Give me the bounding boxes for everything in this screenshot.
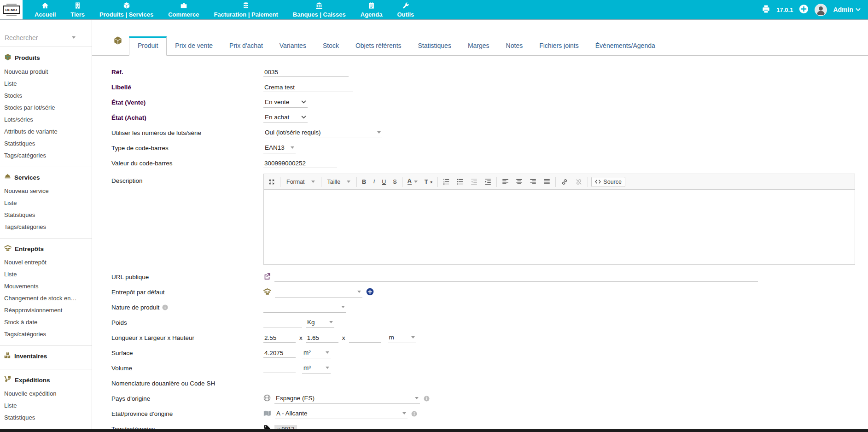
source-button[interactable]: Source (591, 177, 625, 187)
tag-chip[interactable]: × 0012 (274, 425, 297, 429)
sidebar-item[interactable]: Stocks par lot/série (0, 102, 92, 114)
sidebar-item[interactable]: Tags/catégories (0, 221, 92, 233)
print-icon[interactable] (762, 5, 770, 15)
user-menu[interactable]: Admin (833, 6, 861, 13)
align-right-icon[interactable] (528, 177, 538, 187)
add-quick-icon[interactable] (799, 4, 809, 16)
remove-format-button[interactable]: Tx (423, 177, 435, 187)
sidebar-item[interactable]: Tags/catégories (0, 150, 92, 162)
tab-produit[interactable]: Produit (129, 36, 167, 56)
add-warehouse-icon[interactable] (366, 288, 374, 297)
sidebar-section-services[interactable]: Services (0, 167, 92, 184)
maximize-icon[interactable] (267, 177, 277, 187)
origin-state-select[interactable]: A - Alicante (275, 409, 408, 419)
length-input[interactable]: 2.55 (263, 333, 296, 343)
sidebar-item[interactable]: Lots/séries (0, 114, 92, 126)
dimension-unit-select[interactable]: m (388, 333, 416, 343)
tab-marges[interactable]: Marges (460, 37, 498, 55)
bullet-list-icon[interactable] (455, 177, 466, 187)
search-input[interactable] (5, 34, 69, 41)
barcode-value-input[interactable]: 300999000252 (263, 158, 337, 168)
ordered-list-icon[interactable] (441, 177, 452, 187)
surface-unit-select[interactable]: m² (302, 348, 331, 358)
weight-input[interactable] (263, 318, 302, 327)
sidebar-item[interactable]: Statistiques (0, 209, 92, 221)
search-dropdown-caret-icon[interactable] (72, 36, 76, 41)
sidebar-item[interactable]: Changement de stock en… (0, 292, 92, 304)
surface-input[interactable]: 4.2075 (263, 348, 296, 358)
sidebar-section-entrep-ts[interactable]: Entrepôts (0, 239, 92, 255)
underline-button[interactable]: U (380, 177, 388, 187)
sidebar-section-exp-ditions[interactable]: Expéditions (0, 369, 92, 386)
bold-button[interactable]: B (360, 177, 368, 187)
sidebar-item[interactable]: Liste (0, 400, 92, 412)
tab--v-nements-agenda[interactable]: Évènements/Agenda (587, 37, 664, 55)
weight-unit-select[interactable]: Kg (306, 318, 334, 328)
external-link-icon[interactable] (263, 273, 271, 281)
app-logo[interactable]: DEMO (0, 0, 23, 19)
label-input[interactable]: Crema test (263, 82, 353, 92)
fontsize-combo[interactable]: Taille (325, 177, 354, 187)
indent-icon[interactable] (483, 177, 493, 187)
sidebar-item[interactable]: Nouvel entrepôt (0, 257, 92, 269)
tab-notes[interactable]: Notes (498, 37, 531, 55)
default-warehouse-select[interactable] (275, 287, 362, 298)
align-justify-icon[interactable] (542, 177, 552, 187)
nav-item-agenda[interactable]: Agenda (353, 0, 390, 19)
sidebar-item[interactable]: Stock à date (0, 316, 92, 328)
italic-button[interactable]: I (371, 177, 377, 187)
product-nature-select[interactable] (263, 303, 346, 313)
format-combo[interactable]: Format (284, 177, 318, 187)
barcode-type-select[interactable]: EAN13 (263, 143, 296, 153)
sidebar-section-inventaires[interactable]: Inventaires (0, 346, 92, 362)
sidebar-item[interactable]: Attributs de variante (0, 126, 92, 138)
sidebar-item[interactable]: Nouveau produit (0, 66, 92, 78)
height-input[interactable] (349, 333, 381, 343)
strikethrough-button[interactable]: S (391, 177, 398, 187)
sidebar-item[interactable]: Tags/catégories (0, 328, 92, 340)
nav-item-facturation-paiement[interactable]: Facturation | Paiement (206, 0, 285, 19)
width-input[interactable]: 1.65 (306, 333, 338, 343)
description-textarea[interactable] (264, 190, 855, 264)
tab-prix-de-vente[interactable]: Prix de vente (167, 37, 221, 55)
link-icon[interactable] (559, 177, 570, 187)
unlink-icon[interactable] (573, 177, 584, 187)
sidebar-item[interactable]: Stocks (0, 90, 92, 102)
customs-code-input[interactable] (263, 379, 347, 388)
sidebar-item[interactable]: Nouveau service (0, 185, 92, 197)
sidebar-item[interactable]: Liste (0, 269, 92, 280)
sidebar-item[interactable]: Liste (0, 197, 92, 209)
sidebar-item[interactable]: Réapprovisionnement (0, 304, 92, 316)
nav-item-commerce[interactable]: Commerce (161, 0, 206, 19)
sidebar-item[interactable]: Mouvements (0, 280, 92, 292)
ref-input[interactable]: 0035 (263, 67, 349, 77)
tab-objets-r-f-rents[interactable]: Objets référents (347, 37, 410, 55)
tab-stock[interactable]: Stock (315, 37, 347, 55)
tab-statistiques[interactable]: Statistiques (410, 37, 460, 55)
nav-item-outils[interactable]: Outils (390, 0, 421, 19)
sell-status-select[interactable]: En vente (263, 98, 308, 108)
tab-prix-d-achat[interactable]: Prix d'achat (221, 37, 271, 55)
nav-item-tiers[interactable]: Tiers (63, 0, 92, 19)
align-left-icon[interactable] (500, 177, 511, 187)
sidebar-item[interactable]: Nouvelle expédition (0, 388, 92, 400)
sidebar-item[interactable]: Statistiques (0, 138, 92, 150)
volume-unit-select[interactable]: m³ (302, 363, 331, 374)
sidebar-item[interactable]: Liste (0, 78, 92, 90)
sidebar-item[interactable]: Statistiques (0, 412, 92, 424)
nav-item-accueil[interactable]: Accueil (27, 0, 63, 19)
volume-input[interactable] (263, 363, 296, 373)
text-color-button[interactable]: A (406, 177, 419, 187)
tab-fichiers-joints[interactable]: Fichiers joints (531, 37, 587, 55)
outdent-icon[interactable] (469, 177, 479, 187)
sidebar-section-produits[interactable]: Produits (0, 47, 92, 64)
origin-country-select[interactable]: Espagne (ES) (274, 394, 420, 404)
avatar[interactable] (815, 4, 827, 16)
align-center-icon[interactable] (514, 177, 524, 187)
public-url-input[interactable] (274, 272, 758, 282)
tab-variantes[interactable]: Variantes (271, 37, 315, 55)
lots-select[interactable]: Oui (lot/série requis) (263, 128, 382, 138)
buy-status-select[interactable]: En achat (263, 113, 308, 123)
nav-item-produits-services[interactable]: Produits | Services (92, 0, 161, 19)
nav-item-banques-caisses[interactable]: Banques | Caisses (285, 0, 353, 19)
